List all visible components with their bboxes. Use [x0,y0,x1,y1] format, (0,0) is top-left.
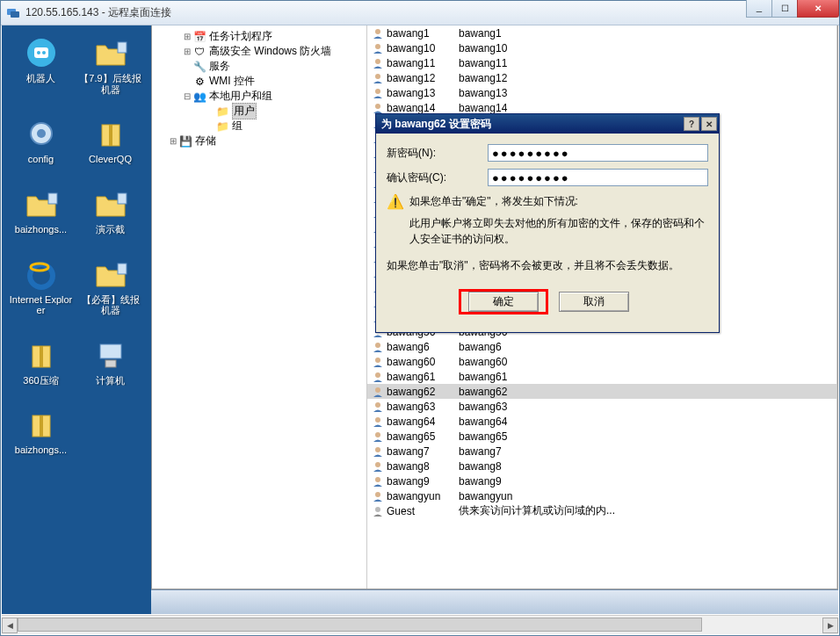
desktop-icon-label: Internet Explorer [8,294,74,316]
user-row[interactable]: bawang13bawang13 [367,85,836,100]
tree-expander-icon[interactable]: ⊞ [182,32,192,41]
tree-pane[interactable]: ⊞📅任务计划程序⊞🛡高级安全 Windows 防火墙🔧服务⚙WMI 控件⊟👥本地… [152,25,367,589]
desktop-icon[interactable]: CleverQQ [77,115,143,165]
user-row[interactable]: bawang7bawang7 [367,444,836,459]
user-row[interactable]: bawang60bawang60 [367,354,836,369]
dialog-titlebar[interactable]: 为 bawang62 设置密码 ? ✕ [376,114,719,134]
desktop-icon[interactable] [77,406,143,456]
ok-button[interactable]: 确定 [468,292,539,312]
user-row[interactable]: bawang1bawang1 [367,25,836,40]
svg-rect-19 [105,360,116,367]
tree-item[interactable]: ⊞🛡高级安全 Windows 防火墙 [154,44,365,59]
user-name: bawang61 [387,371,459,383]
pc-icon [92,336,129,373]
user-row[interactable]: bawang9bawang9 [367,473,836,488]
dialog-close-button[interactable]: ✕ [701,117,717,131]
desktop-icon[interactable]: 【必看】线报机器 [77,256,143,316]
user-icon [371,86,385,100]
tree-item[interactable]: ⊞📅任务计划程序 [154,29,365,44]
tree-item[interactable]: 📁用户 [154,104,365,119]
user-row[interactable]: bawang6bawang6 [367,339,836,354]
desktop-icon[interactable]: 演示截 [77,185,143,235]
rdp-title: 120.55.165.143 - 远程桌面连接 [25,5,839,20]
user-row[interactable]: bawang62bawang62 [367,384,836,399]
new-password-input[interactable] [488,144,708,162]
svg-rect-6 [118,42,127,53]
minimize-button[interactable] [746,0,772,18]
tree-node-icon: 👥 [192,90,206,104]
folder-icon [92,256,129,293]
desktop-icon-label: CleverQQ [77,154,143,165]
svg-point-27 [375,104,380,109]
user-icon [371,430,385,444]
user-icon [371,415,385,429]
user-fullname: bawang12 [459,72,836,84]
scroll-thumb[interactable] [18,618,702,632]
cancel-button[interactable]: 取消 [559,292,629,312]
svg-point-45 [375,372,380,378]
tree-expander-icon[interactable]: ⊞ [182,47,192,56]
user-name: Guest [387,505,459,517]
desktop-icon[interactable]: 计算机 [77,336,143,387]
desktop-icon[interactable]: baizhongs... [8,406,74,456]
user-row[interactable]: bawang61bawang61 [367,369,836,384]
tree-node-icon: 🛡 [192,45,206,59]
close-button[interactable] [797,0,839,18]
desktop-icon-label: 演示截 [77,224,143,235]
desktop-icon-label: 360压缩 [8,375,74,387]
user-fullname: bawang62 [459,386,836,398]
scroll-left-button[interactable]: ◀ [2,618,18,633]
user-icon [371,474,385,488]
tree-item[interactable]: 📁组 [154,119,365,134]
svg-rect-12 [118,193,127,204]
scroll-right-button[interactable]: ▶ [822,618,838,633]
user-row[interactable]: Guest供来宾访问计算机或访问域的内... [367,503,836,518]
tree-item[interactable]: ⊞💾存储 [154,134,365,148]
user-row[interactable]: bawang8bawang8 [367,459,836,473]
tree-node-icon: 📁 [215,119,229,134]
user-name: bawang63 [387,401,459,413]
tree-item[interactable]: ⊟👥本地用户和组 [154,89,365,104]
svg-point-51 [375,462,380,467]
desktop-icon[interactable]: config [8,115,74,165]
maximize-button[interactable] [771,0,798,18]
svg-rect-17 [40,346,43,367]
desktop-icon[interactable]: baizhongs... [8,185,74,235]
desktop-icon[interactable]: 【7.9】后线报机器 [77,34,143,95]
user-name: bawang65 [387,430,459,443]
user-name: bawang60 [387,356,459,368]
desktop-icon[interactable]: 机器人 [8,34,74,95]
desktop-icon[interactable]: 360压缩 [8,336,74,387]
tree-expander-icon[interactable]: ⊟ [182,91,192,101]
desktop-icon[interactable]: Internet Explorer [8,256,74,316]
user-row[interactable]: bawang10bawang10 [367,40,836,55]
confirm-password-input[interactable] [488,169,708,186]
user-row[interactable]: bawang65bawang65 [367,429,836,444]
remote-taskbar[interactable] [151,589,838,614]
tree-expander-icon[interactable]: ⊞ [168,136,178,146]
user-row[interactable]: bawang12bawang12 [367,70,836,85]
rdp-titlebar[interactable]: 120.55.165.143 - 远程桌面连接 [1,1,839,25]
tree-item[interactable]: ⚙WMI 控件 [154,74,365,89]
horizontal-scrollbar[interactable]: ◀ ▶ [2,615,838,634]
tree-item-label: 本地用户和组 [209,89,272,104]
scroll-track[interactable] [18,618,822,633]
svg-point-53 [375,492,380,497]
user-name: bawang7 [387,445,459,458]
user-icon [371,56,385,70]
tree-item[interactable]: 🔧服务 [154,59,365,74]
user-fullname: bawang60 [459,356,836,368]
user-fullname: bawang9 [459,475,836,488]
svg-point-24 [375,59,380,64]
user-row[interactable]: bawang64bawang64 [367,414,836,429]
set-password-dialog: 为 bawang62 设置密码 ? ✕ 新密码(N): 确认密码(C): ⚠️ … [375,113,720,333]
zip-icon [23,336,60,373]
user-icon [371,370,385,384]
user-row[interactable]: bawang63bawang63 [367,399,836,414]
user-row[interactable]: bawang11bawang11 [367,55,836,70]
user-row[interactable]: bawangyunbawangyun [367,488,836,503]
zip-icon [92,115,129,152]
user-fullname: bawang1 [459,27,836,40]
zip-icon [23,406,60,443]
dialog-help-button[interactable]: ? [684,117,699,131]
